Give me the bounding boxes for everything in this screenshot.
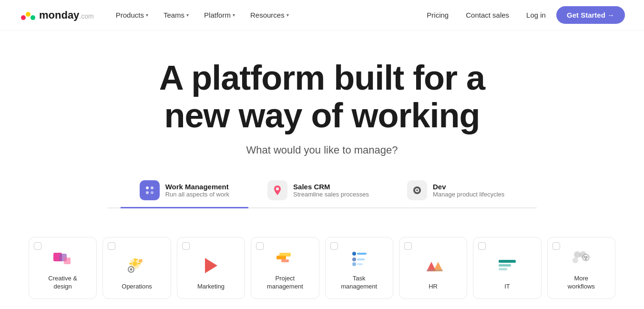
svg-point-21: [130, 268, 133, 271]
nav-products-label: Products: [116, 11, 144, 19]
svg-marker-22: [205, 258, 217, 273]
product-tabs: Work Management Run all aspects of work …: [108, 174, 537, 208]
nav-left: Products ▾ Teams ▾ Platform ▾ Resources …: [109, 7, 296, 23]
workflow-checkbox-operations[interactable]: [108, 242, 115, 250]
sales-crm-name: Sales CRM: [293, 183, 369, 191]
svg-point-4: [146, 186, 149, 189]
svg-rect-35: [499, 260, 516, 263]
hero-title-line2: new way of working: [164, 96, 480, 134]
svg-rect-14: [64, 258, 71, 264]
operations-icon: [124, 253, 149, 278]
workflow-card-marketing[interactable]: Marketing: [177, 237, 245, 299]
nav-pricing[interactable]: Pricing: [420, 7, 455, 23]
workflow-card-project[interactable]: Projectmanagement: [251, 237, 319, 299]
svg-point-8: [276, 187, 279, 190]
tab-sales-crm[interactable]: Sales CRM Streamline sales processes: [248, 174, 388, 208]
workflow-card-more[interactable]: Moreworkflows: [547, 237, 615, 299]
svg-point-16: [133, 261, 137, 266]
hero-section: A platform built for a new way of workin…: [0, 31, 644, 223]
svg-point-45: [585, 258, 587, 260]
task-management-icon: [347, 245, 371, 270]
nav-teams[interactable]: Teams ▾: [157, 7, 195, 23]
svg-point-17: [139, 259, 143, 263]
workflows-section: Creative &design Operations: [0, 223, 644, 309]
workflow-checkbox-task[interactable]: [330, 242, 338, 250]
task-management-label: Taskmanagement: [341, 275, 377, 291]
workflow-checkbox-it[interactable]: [478, 242, 486, 250]
svg-point-40: [572, 258, 578, 263]
workflow-checkbox-creative[interactable]: [34, 242, 41, 250]
hero-title-line1: A platform built for a: [159, 59, 485, 97]
logo-text: monday.com: [39, 9, 94, 21]
hero-title: A platform built for a new way of workin…: [19, 59, 625, 134]
svg-point-2: [26, 12, 31, 17]
svg-rect-27: [357, 253, 367, 255]
dev-info: Dev Manage product lifecycles: [433, 183, 504, 198]
work-management-desc: Run all aspects of work: [165, 191, 229, 198]
svg-point-43: [584, 257, 586, 258]
nav-resources[interactable]: Resources ▾: [244, 7, 296, 23]
crm-icon-svg: [272, 185, 283, 196]
svg-rect-36: [499, 264, 511, 267]
svg-point-11: [416, 189, 418, 191]
hr-label: HR: [429, 283, 438, 291]
operations-label: Operations: [122, 283, 152, 291]
svg-point-30: [352, 262, 356, 266]
dev-icon-svg: [411, 185, 423, 196]
workflow-card-hr[interactable]: HR: [399, 237, 467, 299]
workflow-checkbox-hr[interactable]: [404, 242, 412, 250]
dev-icon: [407, 180, 427, 200]
logo[interactable]: monday.com: [19, 6, 94, 24]
svg-rect-34: [427, 269, 443, 271]
svg-rect-31: [357, 263, 363, 265]
svg-point-26: [352, 252, 356, 256]
more-workflows-label: Moreworkflows: [568, 275, 595, 291]
nav-platform[interactable]: Platform ▾: [197, 7, 242, 23]
svg-rect-25: [281, 259, 289, 262]
sales-crm-info: Sales CRM Streamline sales processes: [293, 183, 369, 198]
it-label: IT: [504, 283, 510, 291]
sales-crm-icon: [267, 180, 287, 200]
svg-point-1: [21, 15, 26, 20]
creative-design-icon: [51, 245, 75, 270]
workflow-card-operations[interactable]: Operations: [102, 237, 171, 299]
it-icon: [495, 253, 520, 278]
workflow-checkbox-project[interactable]: [256, 242, 264, 250]
work-management-info: Work Management Run all aspects of work: [165, 183, 229, 198]
workflow-card-creative[interactable]: Creative &design: [29, 237, 97, 299]
nav-login[interactable]: Log in: [520, 7, 552, 23]
chevron-down-icon: ▾: [286, 12, 289, 18]
project-management-label: Projectmanagement: [267, 275, 303, 291]
svg-rect-29: [357, 258, 365, 260]
workflow-card-it[interactable]: IT: [473, 237, 541, 299]
workflow-checkbox-more[interactable]: [552, 242, 560, 250]
svg-rect-24: [279, 253, 291, 257]
nav-get-started-button[interactable]: Get Started →: [556, 6, 625, 24]
nav-platform-label: Platform: [204, 11, 231, 19]
work-management-icon: [140, 180, 160, 200]
marketing-label: Marketing: [197, 283, 225, 291]
dev-desc: Manage product lifecycles: [433, 191, 504, 198]
creative-design-label: Creative &design: [48, 275, 77, 291]
svg-point-3: [31, 15, 35, 20]
nav-products[interactable]: Products ▾: [109, 7, 155, 23]
svg-point-44: [586, 257, 588, 258]
tab-dev[interactable]: Dev Manage product lifecycles: [388, 174, 523, 208]
navbar: monday.com Products ▾ Teams ▾ Platform ▾…: [0, 0, 644, 31]
nav-right: Pricing Contact sales Log in Get Started…: [420, 6, 625, 24]
svg-point-28: [352, 258, 356, 261]
svg-point-38: [574, 251, 581, 258]
chevron-down-icon: ▾: [233, 12, 235, 18]
nav-contact-sales[interactable]: Contact sales: [459, 7, 516, 23]
marketing-icon: [198, 253, 223, 278]
grid-icon: [144, 185, 155, 196]
svg-point-7: [151, 191, 153, 194]
sales-crm-desc: Streamline sales processes: [293, 191, 369, 198]
more-workflows-icon: [569, 245, 593, 270]
tab-work-management[interactable]: Work Management Run all aspects of work: [121, 174, 248, 208]
svg-point-5: [151, 186, 153, 189]
hero-subtitle: What would you like to manage?: [19, 144, 625, 156]
workflow-checkbox-marketing[interactable]: [182, 242, 190, 250]
project-management-icon: [273, 245, 297, 270]
workflow-card-task[interactable]: Taskmanagement: [325, 237, 393, 299]
